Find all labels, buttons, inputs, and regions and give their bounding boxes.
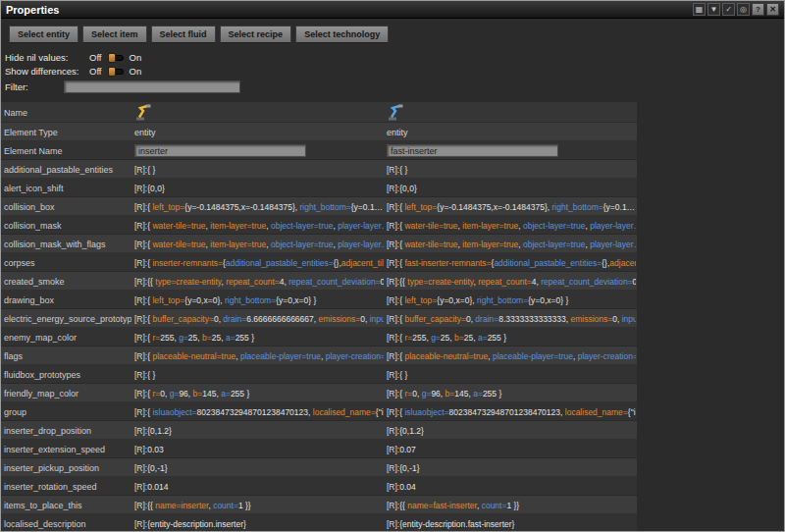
property-value: [R]:{ left_top={y=0,x=0}, right_bottom={… <box>384 295 636 305</box>
close-button[interactable]: ✕ <box>766 3 779 16</box>
property-rows: additional_pastable_entities[R]:{ }[R]:{… <box>1 160 637 532</box>
property-value: entity <box>384 128 636 137</box>
property-value: [R]:{ r=255, g=25, b=25, a=255 } <box>384 333 636 343</box>
switch-knob <box>108 53 116 63</box>
property-value: [R]:{ water-tile=true, item-layer=true, … <box>384 221 636 231</box>
filter-input[interactable] <box>64 80 240 93</box>
check-button[interactable]: ✓ <box>722 3 735 16</box>
element-name-cell-b <box>384 144 636 157</box>
on-label: On <box>130 52 142 63</box>
property-value: [R]:0.04 <box>384 482 636 492</box>
property-value: [R]:{ } <box>131 370 384 380</box>
property-name: drawing_box <box>1 295 131 305</box>
property-value: [R]:{0,1.2} <box>384 426 636 436</box>
property-value: [R]:{ } <box>384 370 636 380</box>
table-row: electric_energy_source_prototype[R]:{ bu… <box>1 309 637 328</box>
property-value: [R]:{0,0} <box>384 184 636 193</box>
select-item-button[interactable]: Select item <box>82 26 147 43</box>
property-value: [R]:{ left_top={y=-0.1484375,x=-0.148437… <box>384 202 636 212</box>
property-value: [R]:0.03 <box>131 445 384 454</box>
options-panel: Hide nil values: Off On Show differences… <box>1 48 784 93</box>
table-row: alert_icon_shift[R]:{0,0}[R]:{0,0} <box>1 179 637 197</box>
property-value: [R]:{ isluaobject=8023847329487012384701… <box>131 407 384 417</box>
table-row: flags[R]:{ placeable-neutral=true, place… <box>1 346 637 365</box>
property-name: electric_energy_source_prototype <box>1 314 131 324</box>
off-label: Off <box>89 66 102 77</box>
titlebar-buttons: ▦ ▼ ✓ ◎ ? ✕ <box>693 3 779 16</box>
check-icon: ✓ <box>725 4 732 15</box>
table-row: inserter_extension_speed[R]:0.03[R]:0.07 <box>1 440 637 458</box>
fast-inserter-icon <box>387 104 406 122</box>
property-value: [R]:{ buffer_capacity=0, drain=8.3333333… <box>384 314 636 324</box>
hide-nil-values-switch[interactable] <box>108 55 124 61</box>
property-value: [R]:{ r=0, g=96, b=145, a=255 } <box>384 389 636 399</box>
filter-row: Filter: <box>5 80 784 93</box>
table-row: collision_mask[R]:{ water-tile=true, ite… <box>1 216 637 235</box>
table-row: additional_pastable_entities[R]:{ }[R]:{… <box>1 160 637 179</box>
property-value: [R]:0.014 <box>131 482 384 492</box>
select-entity-button[interactable]: Select entity <box>9 26 78 43</box>
hide-nil-values-label: Hide nil values: <box>5 52 87 63</box>
property-name: additional_pastable_entities <box>1 165 131 175</box>
close-icon: ✕ <box>769 4 776 15</box>
property-name: flags <box>1 351 131 361</box>
property-value: [R]:{ placeable-neutral=true, placeable-… <box>384 351 636 361</box>
properties-table: Name Element Type entity entity <box>1 102 637 532</box>
help-icon: ? <box>756 4 760 15</box>
property-value: [R]:{ placeable-neutral=true, placeable-… <box>131 351 384 361</box>
property-value: [R]:{0,1.2} <box>131 426 384 436</box>
table-header-row: Name <box>1 102 637 123</box>
windows-icon: ▦ <box>696 4 704 15</box>
property-name: corpses <box>1 258 131 268</box>
property-value: [R]:{ } <box>131 165 384 175</box>
property-value: [R]:{ r=0, g=96, b=145, a=255 } <box>131 389 384 399</box>
property-name: alert_icon_shift <box>1 184 131 193</box>
property-name: collision_mask <box>1 221 131 231</box>
property-value: [R]:{{ type=create-entity, repeat_count=… <box>131 277 384 287</box>
help-button[interactable]: ? <box>752 3 764 16</box>
filter-icon: ▼ <box>710 4 718 15</box>
property-value: [R]:{ isluaobject=8023847329487012384701… <box>384 407 636 417</box>
hide-nil-values-option: Hide nil values: Off On <box>5 51 784 64</box>
properties-window: Properties ▦ ▼ ✓ ◎ ? ✕ Select entity Sel… <box>0 0 785 532</box>
property-value: entity <box>131 128 384 137</box>
select-recipe-button[interactable]: Select recipe <box>220 26 292 43</box>
titlebar[interactable]: Properties ▦ ▼ ✓ ◎ ? ✕ <box>1 1 784 19</box>
filter-button[interactable]: ▼ <box>707 3 720 16</box>
table-row: items_to_place_this[R]:{{ name=inserter,… <box>1 496 637 514</box>
show-differences-option: Show differences: Off On <box>5 65 784 78</box>
windows-button[interactable]: ▦ <box>693 3 706 16</box>
element-name-cell-a <box>131 144 384 157</box>
property-name: localised_description <box>1 519 131 529</box>
property-value: [R]:{{ name=inserter, count=1 }} <box>131 501 384 510</box>
property-name: enemy_map_color <box>1 333 131 343</box>
select-technology-button[interactable]: Select technology <box>295 26 389 43</box>
table-row: corpses[R]:{ inserter-remnants={addition… <box>1 253 637 272</box>
property-value: [R]:{ water-tile=true, item-layer=true, … <box>131 221 384 231</box>
table-row: localised_description[R]:{entity-descrip… <box>1 514 637 532</box>
property-value: [R]:{ inserter-remnants={additional_past… <box>131 258 384 268</box>
property-value: [R]:{0,0} <box>131 184 384 193</box>
column-a-header <box>131 104 384 122</box>
property-name: group <box>1 407 131 417</box>
property-value: [R]:{ left_top={y=-0.1484375,x=-0.148437… <box>131 202 384 212</box>
property-value: [R]:{{ name=fast-inserter, count=1 }} <box>384 501 636 510</box>
property-name: inserter_pickup_position <box>1 463 131 473</box>
table-row: group[R]:{ isluaobject=80238473294870123… <box>1 402 637 421</box>
property-value: [R]:{entity-description.fast-inserter} <box>384 519 636 529</box>
pin-button[interactable]: ◎ <box>737 3 750 16</box>
property-value: [R]:{ water-tile=true, item-layer=true, … <box>384 239 636 249</box>
select-toolbar: Select entity Select item Select fluid S… <box>1 19 784 48</box>
switch-knob <box>108 67 116 77</box>
property-name: inserter_extension_speed <box>1 445 131 454</box>
property-value: [R]:{ fast-inserter-remnants={additional… <box>384 258 636 268</box>
pin-icon: ◎ <box>740 4 747 15</box>
element-name-input-a[interactable] <box>134 144 306 157</box>
table-row: enemy_map_color[R]:{ r=255, g=25, b=25, … <box>1 328 637 346</box>
element-name-input-b[interactable] <box>387 144 558 157</box>
filter-label: Filter: <box>5 81 64 92</box>
show-differences-switch[interactable] <box>108 69 124 75</box>
select-fluid-button[interactable]: Select fluid <box>151 26 216 43</box>
show-differences-label: Show differences: <box>5 66 87 77</box>
element-name-row: Element Name <box>1 141 637 160</box>
